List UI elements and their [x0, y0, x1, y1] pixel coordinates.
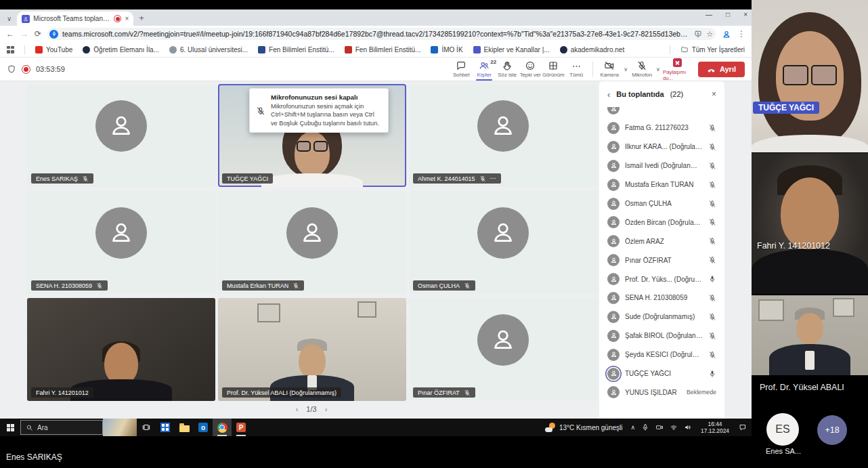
video-tile-enes[interactable]: Enes SARIKAŞ: [27, 84, 215, 187]
bookmark-fen-bilimleri-2[interactable]: Fen Bilimleri Enstitü...: [345, 46, 421, 54]
tile-name-pill: Fahri Y. 141201012: [31, 387, 93, 398]
mic-muted-icon: [96, 282, 103, 289]
recording-indicator-icon: [22, 65, 30, 74]
tray-microphone-icon[interactable]: [641, 423, 649, 431]
browser-menu-icon[interactable]: ⋮: [737, 29, 745, 39]
video-tile-fahri[interactable]: Fahri Y. 141201012: [27, 298, 215, 401]
bookmark-fen-bilimleri-1[interactable]: Fen Bilimleri Enstitü...: [258, 46, 334, 54]
apps-grid-icon[interactable]: [7, 46, 14, 54]
tab-search-chevron-icon[interactable]: ∨: [0, 15, 17, 26]
next-page-chevron-icon[interactable]: ›: [325, 405, 328, 413]
teams-bookmark-favicon-icon: [473, 46, 481, 54]
participant-row-seyda[interactable]: Şeyda KESİCİ (Doğrulanmamış): [599, 345, 724, 364]
file-explorer-button[interactable]: [175, 419, 194, 436]
participant-row-abali[interactable]: Prof. Dr. Yüks... (Doğrulanmamış): [599, 270, 724, 289]
bookmark-akademikadro[interactable]: akademikadro.net: [560, 46, 625, 54]
taskbar-clock[interactable]: 16:44 17.12.2024: [696, 419, 734, 436]
action-center-button[interactable]: [734, 419, 752, 436]
reload-button[interactable]: ⟳: [35, 30, 41, 38]
taskbar-search-box[interactable]: Ara: [20, 420, 103, 435]
powerpoint-button[interactable]: P: [232, 419, 251, 436]
tab-close-icon[interactable]: ×: [125, 15, 129, 22]
participant-row-ilknur[interactable]: İlknur KARA... (Doğrulanmamış): [599, 137, 724, 156]
nav-people-button[interactable]: 22 Kişiler: [473, 59, 496, 79]
meeting-timer: 03:53:59: [36, 65, 65, 73]
url-text: teams.microsoft.com/v2/?meetingjoin=true…: [62, 30, 690, 38]
chrome-button[interactable]: [213, 419, 232, 436]
video-tile-sena[interactable]: SENA H. 210308059: [27, 191, 215, 294]
nav-chat-button[interactable]: Sohbet: [450, 59, 473, 79]
participant-row-ozlem[interactable]: Özlem ARAZ: [599, 232, 724, 251]
news-widget-thumbnail[interactable]: [103, 419, 137, 436]
video-tile-abali[interactable]: Prof. Dr. Yüksel ABALI (Doğrulanmamış): [218, 298, 406, 401]
bookmark-ulusal[interactable]: 6. Ulusal üniversitesi...: [169, 46, 248, 54]
tray-speaker-icon[interactable]: [684, 423, 692, 431]
camera-options-chevron-icon[interactable]: ∨: [621, 66, 630, 72]
bookmark-ekipler[interactable]: Ekipler ve Kanallar |...: [473, 46, 550, 54]
window-maximize-button[interactable]: □: [726, 11, 730, 18]
mic-muted-icon: [708, 162, 716, 170]
nav-view-button[interactable]: Görünüm: [542, 59, 565, 79]
recording-bottom-bar: Enes SARIKAŞ: [0, 436, 752, 468]
start-button[interactable]: [0, 419, 20, 436]
camera-toggle-button[interactable]: Kamera: [598, 59, 621, 79]
participant-row-ismail[interactable]: İsmail İvedi (Doğrulanmamış): [599, 156, 724, 175]
participant-row-osman[interactable]: Osman ÇULHA: [599, 194, 724, 213]
panel-close-icon[interactable]: ×: [712, 89, 716, 99]
participant-row-sena[interactable]: SENA H. 210308059: [599, 289, 724, 307]
participant-row-mustafa[interactable]: Mustafa Erkan TURAN: [599, 175, 724, 194]
tray-network-icon[interactable]: [670, 423, 678, 431]
microphone-toggle-button[interactable]: Mikrofon: [630, 59, 653, 79]
taskbar-app-tiles-button[interactable]: [156, 419, 175, 436]
weather-widget[interactable]: 13°C Kısmen güneşli: [541, 419, 627, 436]
forward-button[interactable]: →: [20, 30, 28, 38]
window-minimize-button[interactable]: —: [706, 11, 712, 18]
avatar-placeholder-icon: [95, 207, 147, 259]
video-tile-pinar[interactable]: Pınar ÖZFIRAT: [409, 298, 597, 401]
nav-raise-hand-button[interactable]: Söz iste: [496, 59, 519, 79]
nav-react-button[interactable]: Tepki ver: [519, 59, 542, 79]
save-share-icon[interactable]: [694, 30, 702, 38]
panel-back-chevron-icon[interactable]: ‹: [607, 89, 610, 100]
stop-sharing-button[interactable]: Paylaşımı du...: [663, 56, 693, 83]
avatar-placeholder-icon: [95, 100, 147, 152]
bookmark-imo-ik[interactable]: İMO İK: [431, 46, 462, 54]
tray-camera-icon[interactable]: [655, 423, 664, 431]
participant-avatar-icon: [607, 273, 620, 285]
site-microphone-indicator-icon[interactable]: [49, 30, 58, 39]
video-tile-ahmet[interactable]: Ahmet K. 244014015 ⋯: [409, 84, 597, 187]
profile-avatar-icon[interactable]: [722, 28, 731, 40]
microphone-options-chevron-icon[interactable]: ∨: [653, 66, 663, 72]
new-tab-button[interactable]: +: [133, 13, 151, 26]
url-bar[interactable]: teams.microsoft.com/v2/?meetingjoin=true…: [47, 28, 716, 40]
tile-name-pill: Osman ÇULHA: [413, 280, 475, 291]
back-button[interactable]: ←: [6, 30, 14, 38]
participant-row-yunus[interactable]: YUNUS IŞILDAR Beklemede: [599, 383, 724, 402]
participant-row-sude[interactable]: Sude (Doğrulanmamış): [599, 307, 724, 326]
browser-tab[interactable]: Microsoft Teams toplantısı | ×: [17, 12, 133, 26]
bookmark-ogretim-elemani[interactable]: Öğretim Elemanı İla...: [83, 46, 159, 54]
participant-row-tugce[interactable]: TUĞÇE YAĞCI: [599, 364, 724, 383]
all-bookmarks-button[interactable]: Tüm Yer İşaretleri: [680, 45, 745, 54]
participant-row-ozden[interactable]: Özden Bircan (Doğrulanmamış): [599, 213, 724, 232]
tile-more-icon[interactable]: ⋯: [490, 175, 496, 182]
powerpoint-icon: P: [236, 423, 246, 432]
clock-date: 17.12.2024: [701, 427, 729, 435]
participant-row-pinar[interactable]: Pınar ÖZFIRAT: [599, 251, 724, 270]
mic-muted-icon: [708, 294, 716, 302]
participant-row-fatma[interactable]: Fatma G. 211276023: [599, 119, 724, 137]
participant-row-safak[interactable]: Şafak BİROL (Doğrulanmamış): [599, 326, 724, 345]
tray-expand-chevron-icon[interactable]: ∧: [630, 424, 635, 431]
nav-more-button[interactable]: ⋯ Tümü: [565, 59, 588, 79]
previous-page-chevron-icon[interactable]: ‹: [296, 405, 299, 413]
outlook-button[interactable]: o: [194, 419, 213, 436]
grid-pagination: ‹ 1/3 ›: [274, 405, 349, 413]
video-tile-mustafa[interactable]: Mustafa Erkan TURAN: [218, 191, 406, 294]
bookmark-star-icon[interactable]: ☆: [706, 30, 713, 38]
window-close-button[interactable]: ×: [743, 11, 747, 18]
bookmark-youtube[interactable]: YouTube: [35, 46, 72, 54]
microphone-group: Mikrofon ∨: [630, 59, 663, 79]
leave-button[interactable]: Ayrıl: [698, 62, 745, 77]
video-tile-osman[interactable]: Osman ÇULHA: [409, 191, 597, 294]
task-view-button[interactable]: [137, 419, 156, 436]
